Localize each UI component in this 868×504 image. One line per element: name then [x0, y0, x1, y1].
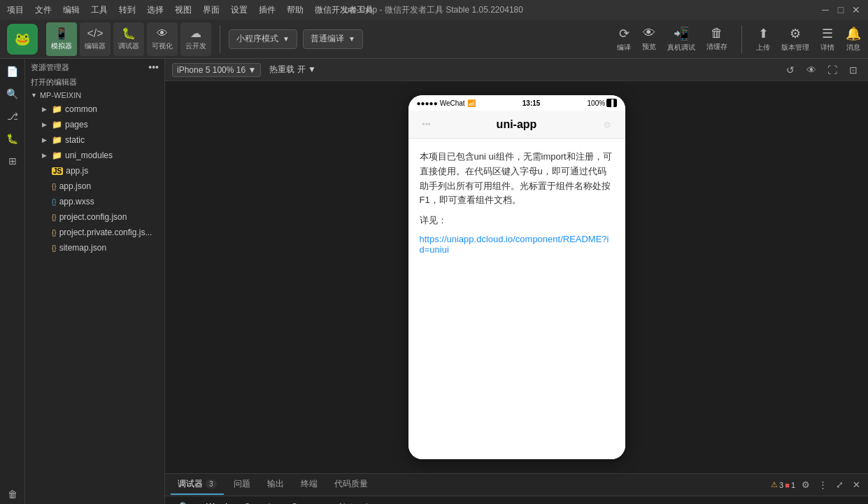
debug-expand-button[interactable]: ⤢ [833, 479, 846, 491]
sub-tab-sources[interactable]: Sources [283, 497, 331, 505]
debug-close-button[interactable]: ✕ [850, 479, 862, 491]
window-controls[interactable]: ─ □ ✕ [820, 5, 861, 15]
wifi-icon: 📶 [467, 99, 476, 107]
tab-debugger[interactable]: 调试器 3 [171, 475, 224, 495]
shrink-button[interactable]: ⊡ [846, 62, 861, 78]
activity-extensions-icon[interactable]: ⊞ [3, 151, 22, 171]
visual-icon: 👁 [157, 27, 168, 40]
sub-tab-network[interactable]: Network [331, 497, 378, 505]
tree-item-pages[interactable]: ▶ 📁 pages [25, 117, 164, 132]
cloud-button[interactable]: ☁ 云开发 [180, 22, 211, 56]
editor-button[interactable]: </> 编辑器 [80, 22, 111, 56]
sub-tab-wxml[interactable]: Wxml [198, 497, 236, 505]
tree-item-appwxss[interactable]: {} app.wxss [25, 194, 164, 209]
tab-code-quality[interactable]: 代码质量 [327, 475, 375, 495]
compile-button[interactable]: ⟳ 编译 [617, 26, 631, 52]
visual-button[interactable]: 👁 可视化 [147, 22, 178, 56]
menu-select[interactable]: 选择 [147, 4, 164, 16]
device-scale: 100% [213, 65, 234, 75]
version-button[interactable]: ⚙ 版本管理 [781, 26, 809, 52]
tree-item-appjson[interactable]: {} app.json [25, 178, 164, 194]
menu-goto[interactable]: 转到 [119, 4, 136, 16]
phone-link[interactable]: https://uniapp.dcloud.io/component/READM… [420, 234, 609, 255]
activity-search-icon[interactable]: 🔍 [3, 84, 22, 104]
tree-item-common[interactable]: ▶ 📁 common [25, 102, 164, 117]
expand-button[interactable]: ⛶ [825, 62, 840, 78]
debug-settings-button[interactable]: ⚙ [799, 479, 812, 491]
simulator-button[interactable]: 📱 模拟器 [46, 22, 77, 56]
phone-nav-bar: ••• uni-app ⊙ [408, 111, 625, 139]
debugger-icon: 🐛 [122, 27, 136, 40]
tree-item-project-config[interactable]: {} project.config.json [25, 209, 164, 225]
compile-label: 普通编译 [311, 33, 344, 45]
detail-button[interactable]: ☰ 详情 [820, 26, 834, 52]
device-name: iPhone 5 [177, 65, 210, 75]
notify-button[interactable]: 🔔 消息 [846, 26, 861, 52]
warn-count: 3 [779, 481, 783, 489]
explorer-more-button[interactable]: ••• [148, 62, 159, 73]
menu-help[interactable]: 帮助 [287, 4, 304, 16]
sub-tab-console[interactable]: Console [236, 497, 283, 505]
activity-git-icon[interactable]: ⎇ [3, 106, 22, 126]
refresh-button[interactable]: ↺ [783, 62, 798, 78]
activity-bar: 📄 🔍 ⎇ 🐛 ⊞ 🗑 [0, 59, 25, 504]
mode-dropdown[interactable]: 小程序模式 ▼ [229, 29, 297, 49]
device-select[interactable]: iPhone 5 100% 16 ▼ [172, 63, 261, 77]
activity-trash-icon[interactable]: 🗑 [3, 484, 22, 504]
tree-item-appjs[interactable]: JS app.js [25, 163, 164, 178]
tab-terminal[interactable]: 终端 [294, 475, 325, 495]
activity-debug-icon[interactable]: 🐛 [3, 129, 22, 148]
debug-more-button[interactable]: ⋮ [816, 479, 829, 491]
real-debug-button[interactable]: 📲 真机调试 [667, 26, 695, 52]
sub-tab-sources-label: Sources [292, 502, 322, 505]
file-explorer: 资源管理器 ••• 打开的编辑器 ▼ MP-WEIXIN ▶ 📁 common … [25, 59, 165, 504]
menu-settings[interactable]: 设置 [231, 4, 248, 16]
preview-button[interactable]: 👁 预览 [642, 26, 656, 52]
tree-item-sitemap[interactable]: {} sitemap.json [25, 240, 164, 255]
cloud-icon: ☁ [190, 27, 201, 40]
compile-dropdown[interactable]: 普通编译 ▼ [303, 29, 363, 49]
sub-tab-more[interactable]: » [378, 497, 400, 505]
pages-label: pages [65, 120, 88, 130]
debugger-button[interactable]: 🐛 调试器 [113, 22, 144, 56]
close-button[interactable]: ✕ [851, 5, 861, 15]
device-dots: 16 ▼ [236, 65, 257, 75]
menu-interface[interactable]: 界面 [203, 4, 220, 16]
uni-modules-folder-icon: 📁 [52, 150, 62, 160]
menu-view[interactable]: 视图 [175, 4, 192, 16]
activity-files-icon[interactable]: 📄 [3, 62, 22, 81]
explorer-title: 资源管理器 [31, 62, 69, 73]
open-editors-section[interactable]: 打开的编辑器 [25, 76, 164, 89]
tree-item-static[interactable]: ▶ 📁 static [25, 132, 164, 148]
upload-button[interactable]: ⬆ 上传 [756, 26, 770, 52]
logo: 🐸 [7, 24, 38, 55]
common-label: common [65, 104, 97, 114]
tab-problems[interactable]: 问题 [227, 475, 257, 495]
menu-file[interactable]: 文件 [35, 4, 52, 16]
appjson-label: app.json [59, 181, 91, 191]
title-bar: 项目 文件 编辑 工具 转到 选择 视图 界面 设置 插件 帮助 微信开发者工具… [0, 0, 868, 20]
tree-item-project-private[interactable]: {} project.private.config.js... [25, 225, 164, 240]
phone-nav-title: uni-app [436, 118, 597, 131]
menu-edit[interactable]: 编辑 [63, 4, 80, 16]
debug-controls: ⚠ 3 ■ 1 ⚙ ⋮ ⤢ ✕ [771, 479, 862, 491]
minimize-button[interactable]: ─ [820, 5, 830, 15]
phone-capture-button[interactable]: ⊙ [597, 115, 617, 134]
maximize-button[interactable]: □ [836, 5, 846, 15]
mp-weixin-header[interactable]: ▼ MP-WEIXIN [25, 89, 164, 102]
debug-inspect-button[interactable]: 🔍 [171, 497, 198, 505]
hot-reload-toggle[interactable]: 热重载 开 ▼ [269, 64, 316, 76]
menu-tools[interactable]: 工具 [91, 4, 108, 16]
menu-project[interactable]: 项目 [7, 4, 24, 16]
menu-plugins[interactable]: 插件 [259, 4, 276, 16]
clear-cache-button[interactable]: 🗑 清缓存 [706, 26, 727, 52]
mp-weixin-arrow: ▼ [31, 92, 37, 99]
error-count: 1 [791, 481, 795, 489]
tab-output[interactable]: 输出 [260, 475, 291, 495]
phone-menu-button[interactable]: ••• [417, 115, 436, 134]
cloud-label: 云开发 [185, 41, 206, 51]
eye-button[interactable]: 👁 [804, 62, 819, 78]
warn-count-badge: ⚠ 3 ■ 1 [771, 480, 795, 489]
main-tools-group: 📱 模拟器 </> 编辑器 🐛 调试器 👁 可视化 ☁ 云开发 [46, 22, 211, 56]
tree-item-uni-modules[interactable]: ▶ 📁 uni_modules [25, 148, 164, 163]
